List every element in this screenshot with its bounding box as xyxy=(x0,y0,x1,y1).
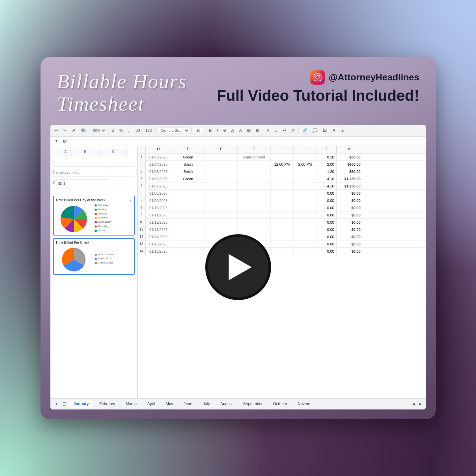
table-row: 1201/14/20230.00$0.00 xyxy=(138,233,426,240)
print-btn[interactable]: 🖨 xyxy=(70,127,77,133)
svg-rect-0 xyxy=(314,74,321,81)
row-number: 3 xyxy=(138,168,146,175)
align-btn[interactable]: ≡ xyxy=(265,127,271,133)
paint-btn[interactable]: 🎨 xyxy=(79,127,88,133)
svg-point-2 xyxy=(319,75,320,76)
table-row: 1001/12/20230.00$0.00 xyxy=(138,219,426,226)
strikethrough-btn[interactable]: S xyxy=(222,127,228,133)
table-row: 401/06/2023Green4.10$1,230.00 xyxy=(138,175,426,182)
row-number: 4 xyxy=(138,175,146,182)
grid-area: D E F G H I J K 101/03/2023Greenemailed … xyxy=(138,146,426,398)
underline-btn[interactable]: A xyxy=(230,127,236,133)
table-row: 301/05/2023Smith1.20$60.00 xyxy=(138,168,426,175)
table-row: 901/11/20230.00$0.00 xyxy=(138,211,426,219)
card: Billable Hours Timesheet @AttorneyHeadli… xyxy=(41,57,436,419)
billable-rate-value[interactable]: 300 xyxy=(55,179,108,188)
list-sheets-btn[interactable]: ☰ xyxy=(61,400,68,407)
col-header-H[interactable]: H xyxy=(271,146,294,153)
divider1 xyxy=(90,127,90,133)
rotate-btn[interactable]: ⟳ xyxy=(290,127,296,133)
filter-btn[interactable]: ▼ xyxy=(330,127,338,133)
function-btn[interactable]: Σ xyxy=(340,127,345,133)
format-btn[interactable]: 123 xyxy=(144,127,154,133)
sheet-tabs: JanuaryFebruaryMarchAprilMayJuneJulyAugu… xyxy=(69,400,319,408)
table-row: 701/09/20230.00$0.00 xyxy=(138,197,426,204)
chart1-pie xyxy=(56,203,92,233)
tab-bar: + ☰ JanuaryFebruaryMarchAprilMayJuneJuly… xyxy=(50,398,426,409)
font-select[interactable]: Century Go... xyxy=(158,127,189,133)
divider2 xyxy=(108,127,108,133)
merge-btn[interactable]: ⊞ xyxy=(254,127,261,133)
chart1-menu-btn[interactable]: ⋮ xyxy=(128,198,133,203)
play-overlay[interactable] xyxy=(205,234,271,300)
formula-icon: fx xyxy=(63,139,67,144)
sheet-tab-june[interactable]: June xyxy=(179,400,197,408)
font-size-input[interactable] xyxy=(194,128,203,133)
comma-btn[interactable]: , xyxy=(126,127,131,133)
valign-btn[interactable]: ⊥ xyxy=(273,127,279,133)
divider3 xyxy=(155,127,156,133)
sheet-tab-october[interactable]: October xyxy=(268,400,292,408)
sheet-tab-september[interactable]: September xyxy=(238,400,267,408)
chart2-body: Smith 33.3% Jones 33.3% Green 33.3% xyxy=(56,246,132,272)
table-row: 501/07/20234.10$1,230.00 xyxy=(138,182,426,190)
script-title: Billable Hours Timesheet xyxy=(57,70,187,115)
play-button[interactable] xyxy=(205,234,271,300)
wrap-btn[interactable]: ↵ xyxy=(281,127,288,133)
col-header-J[interactable]: J xyxy=(317,146,337,153)
col-header-G[interactable]: G xyxy=(238,146,271,153)
sheet-tab-january[interactable]: January xyxy=(69,400,94,408)
dropdown-btn[interactable]: ▼ xyxy=(53,138,60,144)
undo-btn[interactable]: ↩ xyxy=(53,127,60,133)
sheet-tab-august[interactable]: August xyxy=(215,400,238,408)
sheet-tab-march[interactable]: March xyxy=(121,400,142,408)
title-area: Billable Hours Timesheet xyxy=(57,70,187,115)
row-number: 11 xyxy=(138,226,146,233)
left-panel: A B C 1 2 BILLABLE RATE xyxy=(50,146,138,398)
decimal-btn[interactable]: .00 xyxy=(133,127,142,133)
col-header-B[interactable]: B xyxy=(71,149,100,156)
table-row: 101/03/2023Greenemailed client0.10$30.00 xyxy=(138,154,426,161)
row-number: 12 xyxy=(138,233,146,240)
chart-day-of-week: Time Billed Per Day of the Week ⋮ xyxy=(53,196,135,236)
sheet-tab-february[interactable]: February xyxy=(95,400,120,408)
formula-bar: ▼ fx xyxy=(50,137,426,146)
toolbar: ↩ ↪ 🖨 🎨 80% $ % , .00 123 Century Go... xyxy=(50,125,426,137)
sheet-tab-novem[interactable]: Novem... xyxy=(293,400,319,408)
currency-btn[interactable]: $ xyxy=(110,127,116,133)
italic-btn[interactable]: I xyxy=(215,127,220,133)
col-header-I[interactable]: I xyxy=(294,146,317,153)
link-btn[interactable]: 🔗 xyxy=(301,127,309,133)
divider7 xyxy=(298,127,299,133)
background: Billable Hours Timesheet @AttorneyHeadli… xyxy=(0,0,476,476)
col-header-E[interactable]: E xyxy=(172,146,205,153)
zoom-select[interactable]: 80% xyxy=(92,128,106,133)
col-header-K[interactable]: K xyxy=(337,146,363,153)
bold-btn[interactable]: B xyxy=(207,127,213,133)
sheet-tab-may[interactable]: May xyxy=(161,400,178,408)
col-header-D[interactable]: D xyxy=(146,146,172,153)
nav-left-btn[interactable]: ◀ xyxy=(411,401,417,407)
percent-btn[interactable]: % xyxy=(118,127,125,133)
tab-nav-arrows: ◀ ▶ xyxy=(411,401,423,407)
col-header-C[interactable]: C xyxy=(100,149,127,156)
chart-per-client: Time Billed Per Client Smith 33.3% xyxy=(53,238,135,275)
border-btn[interactable]: ▦ xyxy=(245,127,252,133)
col-header-A[interactable]: A xyxy=(61,149,71,156)
table-row: 1101/13/20230.00$0.00 xyxy=(138,226,426,233)
add-sheet-btn[interactable]: + xyxy=(53,400,60,407)
row-number: 6 xyxy=(138,190,146,197)
nav-right-btn[interactable]: ▶ xyxy=(417,401,423,407)
redo-btn[interactable]: ↪ xyxy=(62,127,68,133)
chart2-pie xyxy=(56,246,92,272)
col-header-F[interactable]: F xyxy=(205,146,238,153)
comment-btn[interactable]: 💬 xyxy=(311,127,319,133)
card-header: Billable Hours Timesheet @AttorneyHeadli… xyxy=(41,57,436,122)
svg-point-1 xyxy=(316,75,319,79)
image-btn[interactable]: 🖼 xyxy=(321,127,328,133)
color-btn[interactable]: A xyxy=(238,127,243,133)
sheet-tab-april[interactable]: April xyxy=(142,400,160,408)
sheet-tab-july[interactable]: July xyxy=(198,400,215,408)
chart1-legend: Saturday Sunday Monday Tuesday Wednesday… xyxy=(95,203,112,233)
row-number: 9 xyxy=(138,211,146,219)
